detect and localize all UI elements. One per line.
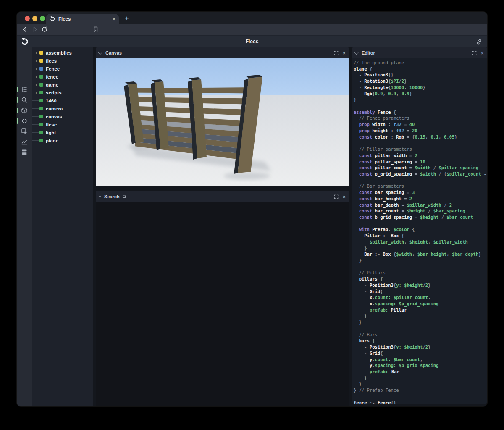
tree-item-light[interactable]: light — [32, 128, 93, 136]
tree-item-label: Fence — [46, 66, 60, 71]
code-line: } // Prefab Fence — [354, 387, 487, 393]
code-line: fence :- Fence{} — [354, 400, 487, 404]
tree-item-plane[interactable]: plane — [32, 136, 93, 144]
code-line: - Rgb{0.9, 0.9, 0.9} — [354, 91, 487, 97]
code-line: } — [354, 381, 487, 387]
link-icon[interactable] — [476, 39, 482, 45]
inspector-icon[interactable] — [19, 126, 29, 136]
flecs-favicon — [50, 16, 55, 22]
tree-item-label: canvas — [46, 114, 62, 119]
entity-color-square — [39, 139, 43, 142]
search-panel-header[interactable]: Search × — [96, 191, 349, 202]
entity-color-square — [39, 51, 43, 55]
expand-chevron-icon[interactable]: › — [35, 67, 39, 71]
search-panel-title: Search — [104, 194, 120, 199]
app-content: ›assemblies›flecs›Fence›fence›game›scrip… — [17, 47, 487, 406]
tree-item-Fence[interactable]: ›Fence — [32, 65, 93, 73]
tree-connector-line — [32, 132, 39, 133]
fullscreen-icon[interactable] — [334, 194, 339, 199]
editor-panel-header[interactable]: Editor × — [352, 47, 487, 58]
maximize-window-button[interactable] — [40, 16, 45, 21]
tree-connector-line — [32, 124, 39, 125]
expand-chevron-icon[interactable]: › — [35, 59, 39, 63]
canvas-3d-view[interactable] — [96, 58, 349, 186]
entity-color-square — [39, 115, 43, 118]
code-line: with Prefab, $color { — [354, 226, 487, 233]
expand-chevron-icon[interactable]: › — [35, 51, 39, 55]
tree-connector-line — [32, 140, 39, 141]
tree-item-fence[interactable]: ›fence — [32, 73, 93, 81]
code-line: prop height : f32 = 20 — [354, 128, 487, 134]
data-stack-icon[interactable] — [19, 147, 29, 157]
code-line: assembly Fence { — [354, 109, 487, 115]
tree-item-camera[interactable]: camera — [32, 105, 93, 113]
entity-tree-icon[interactable] — [19, 84, 29, 94]
code-line: - Rectangle{10000, 10000} — [354, 84, 487, 91]
close-icon[interactable]: × — [480, 50, 484, 56]
code-line: - Rotation3{$PI/2} — [354, 78, 487, 84]
code-line: const bar_depth = $pillar_width / 2 — [354, 202, 487, 208]
fence-render — [96, 58, 349, 186]
app-header: Flecs — [17, 35, 487, 47]
tab-close-icon[interactable]: × — [112, 16, 116, 22]
entity-tree: ›assemblies›flecs›Fence›fence›game›scrip… — [32, 49, 93, 144]
code-line: const b_grid_spacing = $height / $bar_co… — [354, 214, 487, 220]
back-icon[interactable] — [21, 26, 28, 33]
fullscreen-icon[interactable] — [334, 51, 339, 55]
forward-icon[interactable] — [32, 26, 38, 33]
entity-color-square — [39, 107, 43, 110]
entity-color-square — [39, 67, 43, 71]
code-line: Bar :- Box {$width, $bar_height, $bar_de… — [354, 251, 487, 257]
tree-item-scripts[interactable]: ›scripts — [32, 89, 93, 97]
search-icon[interactable] — [19, 95, 29, 105]
tree-item-flecs[interactable]: ›flecs — [32, 57, 93, 65]
fullscreen-icon[interactable] — [472, 51, 477, 55]
canvas-panel-header[interactable]: Canvas × — [96, 47, 349, 58]
tree-item-1460[interactable]: 1460 — [32, 97, 93, 105]
tree-item-game[interactable]: ›game — [32, 81, 93, 89]
expand-chevron-icon[interactable]: › — [35, 91, 39, 95]
code-icon[interactable] — [19, 116, 29, 126]
code-line: const pillar_width = 2 — [354, 152, 487, 159]
bookmark-icon[interactable] — [92, 26, 99, 33]
expand-chevron-icon[interactable]: › — [35, 83, 39, 87]
code-line: const bar_spacing = 3 — [354, 189, 487, 196]
collapse-chevron-icon[interactable] — [98, 50, 102, 55]
entity-color-square — [39, 59, 43, 63]
new-tab-button[interactable]: + — [122, 14, 131, 23]
code-line: // Bars — [354, 332, 487, 338]
tree-item-assemblies[interactable]: ›assemblies — [32, 49, 93, 57]
tree-item-canvas[interactable]: canvas — [32, 113, 93, 121]
collapse-chevron-icon[interactable] — [354, 50, 359, 55]
tree-connector-line — [32, 116, 39, 117]
tree-item-flesc[interactable]: flesc — [32, 121, 93, 128]
expand-chevron-icon[interactable]: › — [35, 75, 39, 79]
browser-window: Flecs × + flecs.dev /explorer/?wasm=http… — [17, 12, 487, 406]
code-line: Pillar :- Box { — [354, 233, 487, 239]
close-icon[interactable]: × — [342, 194, 346, 199]
entity-color-square — [39, 131, 43, 134]
canvas-panel-title: Canvas — [105, 50, 122, 55]
browser-toolbar: flecs.dev /explorer/?wasm=https://www.fl… — [17, 24, 487, 35]
scene-cube-icon[interactable] — [19, 105, 29, 115]
close-icon[interactable]: × — [342, 50, 346, 56]
code-content[interactable]: // The ground planeplane { - Position3{}… — [352, 58, 487, 404]
stats-chart-icon[interactable] — [19, 137, 29, 147]
code-line — [354, 325, 487, 332]
active-indicator — [17, 108, 18, 113]
code-line: bars { — [354, 338, 487, 344]
search-results-area[interactable] — [96, 202, 349, 406]
browser-tab[interactable]: Flecs × — [46, 14, 119, 24]
code-editor[interactable]: // The ground planeplane { - Position3{}… — [352, 58, 487, 404]
reload-icon[interactable] — [41, 26, 48, 33]
code-line: y.count: $bar_count, — [354, 357, 487, 363]
active-indicator — [17, 118, 18, 124]
code-line: - Grid{ — [354, 350, 487, 357]
code-line: x.spacing: $p_grid_spacing — [354, 301, 487, 307]
tab-strip: Flecs × + — [17, 12, 487, 24]
close-window-button[interactable] — [25, 16, 30, 21]
minimize-window-button[interactable] — [32, 16, 37, 21]
entity-color-square — [39, 83, 43, 87]
page-title: Flecs — [17, 36, 487, 47]
code-line: // Pillars — [354, 270, 487, 276]
